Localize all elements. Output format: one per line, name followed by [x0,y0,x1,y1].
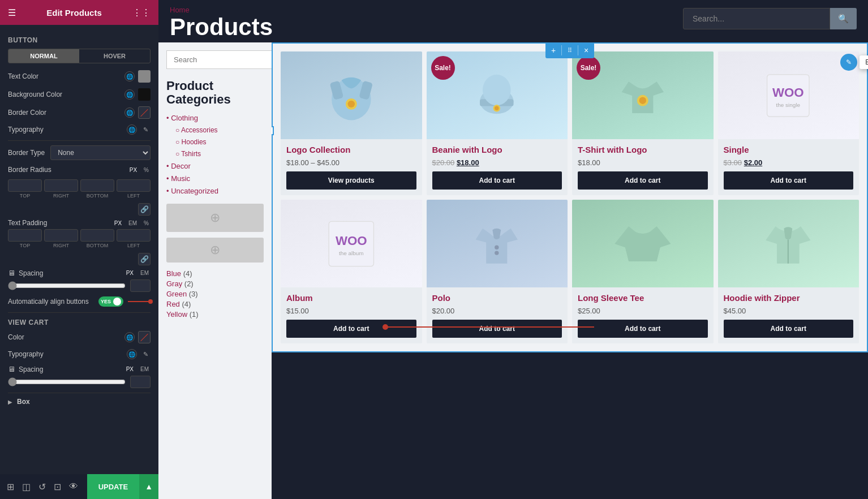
product-name: Single [724,145,854,155]
view-cart-typo-global[interactable]: 🌐 [127,349,137,359]
edit-products-circle-btn[interactable]: ✎ [840,54,857,71]
color-gray[interactable]: Gray (2) [166,279,264,288]
layers-icon[interactable]: ⊞ [7,481,14,492]
padding-px-btn[interactable]: PX [113,220,123,227]
product-card: Hoodie with Zipper $45.00 Add to cart [718,200,860,343]
view-cart-section: View Cart Color 🌐 Typography 🌐 ✎ 🖥 Sp [8,319,151,388]
view-cart-slider[interactable] [8,377,126,386]
divider-1 [8,140,151,141]
product-image: Sale! [572,51,714,139]
border-radius-link-row: 🔗 [8,203,151,216]
toggle-connector-dot [148,299,153,304]
category-uncategorized[interactable]: • Uncategorized [166,187,218,195]
border-type-select[interactable]: None [50,145,151,160]
border-radius-bottom[interactable] [80,179,114,192]
px-unit-btn[interactable]: PX [128,166,139,174]
border-radius-left[interactable] [117,179,151,192]
history-icon[interactable]: ↺ [38,481,46,492]
hamburger-icon[interactable]: ☰ [8,7,16,18]
vc-spacing-em-btn[interactable]: EM [139,365,151,373]
widgets-icon[interactable]: ◫ [22,481,31,492]
view-cart-typo-edit[interactable]: ✎ [140,349,151,359]
category-clothing[interactable]: • Clothing [166,114,198,122]
responsive-icon[interactable]: ⊡ [54,481,61,492]
typography-edit-icon[interactable]: ✎ [140,124,151,135]
color-yellow[interactable]: Yellow (1) [166,310,264,319]
vc-spacing-px-btn[interactable]: PX [124,365,135,373]
category-music[interactable]: • Music [166,174,190,183]
box-section[interactable]: ▶ Box [8,398,151,406]
preview-icon[interactable]: 👁 [69,481,78,492]
bg-color-global-icon[interactable]: 🌐 [124,89,135,100]
spacing-em-btn[interactable]: EM [139,269,151,277]
breadcrumb-home[interactable]: Home [170,6,273,14]
border-color-swatch[interactable] [138,106,151,119]
subcat-tshirts[interactable]: ○ Tshirts [175,150,201,158]
border-radius-top[interactable] [8,179,42,192]
auto-align-label: Automatically align buttons [8,298,89,306]
category-decor[interactable]: • Decor [166,162,191,170]
spacing-slider[interactable] [8,281,126,290]
subcat-hoodies[interactable]: ○ Hoodies [175,138,207,146]
toolbar-add-btn[interactable]: + [545,42,561,58]
add-to-cart-btn[interactable]: Add to cart [724,320,854,338]
border-color-global-icon[interactable]: 🌐 [124,107,135,118]
search-input[interactable] [683,8,830,29]
hover-tab[interactable]: HOVER [79,49,150,63]
add-to-cart-btn[interactable]: Add to cart [432,320,562,338]
toolbar-move-btn[interactable]: ⠿ [562,42,578,58]
add-to-cart-btn[interactable]: Add to cart [578,320,708,338]
border-radius-link-btn[interactable]: 🔗 [138,203,151,216]
svg-point-9 [495,106,499,110]
auto-align-toggle[interactable]: YES [98,296,123,307]
sidebar: 🔍 Product Categories • Clothing ○ Access… [158,42,272,499]
padding-em-btn[interactable]: EM [127,220,139,227]
view-cart-color-global[interactable]: 🌐 [124,332,135,342]
toolbar-close-btn[interactable]: × [578,42,594,58]
sidebar-search-input[interactable] [166,50,272,69]
view-products-btn[interactable]: View products [286,171,416,190]
padding-bottom[interactable] [80,229,114,242]
spacing-px-btn[interactable]: PX [124,269,135,277]
padding-left[interactable] [117,229,151,242]
add-to-cart-btn[interactable]: Add to cart [578,171,708,190]
border-radius-inputs [8,179,151,192]
subcat-accessories[interactable]: ○ Accessories [175,126,218,134]
padding-top[interactable] [8,229,42,242]
product-info: Album $15.00 Add to cart [281,287,422,343]
view-cart-typography-row: Typography 🌐 ✎ [8,349,151,359]
normal-tab[interactable]: NORMAL [8,49,79,63]
products-grid: Logo Collection $18.00 – $45.00 View pro… [273,44,867,351]
grid-icon[interactable]: ⋮⋮ [132,7,151,18]
add-to-cart-btn[interactable]: Add to cart [432,171,562,190]
svg-point-4 [348,100,355,107]
padding-percent-btn[interactable]: % [142,220,151,227]
text-color-swatch[interactable] [138,70,151,83]
text-color-global-icon[interactable]: 🌐 [124,71,135,81]
add-to-cart-btn[interactable]: Add to cart [724,171,854,190]
list-item: ○ Hoodies [175,136,264,147]
bg-color-swatch[interactable] [138,88,151,101]
svg-text:the album: the album [339,250,364,256]
product-price: $45.00 [724,307,854,315]
search-button[interactable]: 🔍 [830,8,857,29]
view-cart-color-swatch[interactable] [138,331,151,343]
spacing-value[interactable] [130,279,151,292]
toggle-yes-label: YES [101,299,111,304]
view-cart-value[interactable] [130,376,151,388]
border-radius-right[interactable] [44,179,78,192]
padding-right[interactable] [44,229,78,242]
typography-global-icon[interactable]: 🌐 [127,124,137,135]
add-to-cart-btn[interactable]: Add to cart [286,320,416,338]
color-green[interactable]: Green (3) [166,290,264,298]
text-padding-link-btn[interactable]: 🔗 [138,253,151,265]
box-chevron-icon: ▶ [8,399,12,405]
percent-unit-btn[interactable]: % [142,166,151,174]
frame-resize-icon[interactable] [272,126,274,135]
update-arrow-button[interactable]: ▲ [139,474,158,499]
update-button[interactable]: UPDATE [87,474,139,499]
color-red[interactable]: Red (4) [166,300,264,308]
product-info: Polo $20.00 Add to cart [427,287,568,343]
svg-text:WOO: WOO [336,234,367,248]
color-blue[interactable]: Blue (4) [166,269,264,278]
